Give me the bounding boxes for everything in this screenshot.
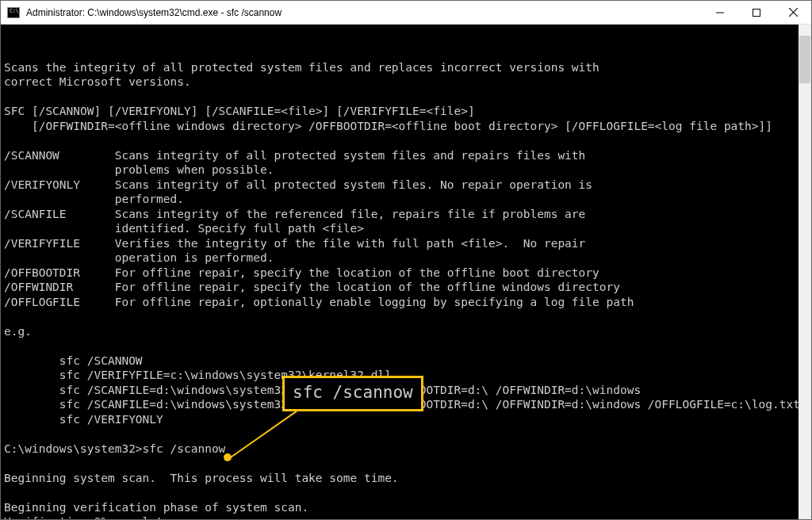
console-line: identified. Specify full path <file> (4, 221, 795, 236)
console-line: correct Microsoft versions. (4, 75, 795, 90)
minimize-button[interactable] (702, 1, 738, 24)
console-line: problems when possible. (4, 162, 795, 178)
console-line: sfc /VERIFYONLY (4, 412, 795, 427)
close-button[interactable] (775, 1, 811, 24)
callout-anchor-dot (224, 453, 232, 461)
console-line: /OFFLOGFILE For offline repair, optional… (4, 295, 795, 310)
console-line (4, 133, 795, 148)
console-line (4, 309, 795, 324)
console-line: /SCANFILE Scans integrity of the referen… (4, 207, 795, 222)
console-line (4, 456, 795, 471)
cmd-icon: C:\. (7, 7, 20, 18)
console-line: [/OFFWINDIR=<offline windows directory> … (4, 119, 795, 134)
console-line: Beginning verification phase of system s… (4, 500, 795, 515)
console-line (4, 338, 795, 354)
console-line: /OFFBOOTDIR For offline repair, specify … (4, 266, 795, 281)
callout-text: sfc /scannow (293, 383, 413, 402)
console-line: e.g. (4, 324, 795, 339)
console-area[interactable]: Scans the integrity of all protected sys… (1, 25, 811, 519)
title-bar[interactable]: C:\. Administrator: C:\windows\system32\… (1, 1, 811, 25)
window-title: Administrator: C:\windows\system32\cmd.e… (26, 7, 702, 18)
maximize-button[interactable] (738, 1, 775, 24)
svg-rect-1 (753, 9, 760, 16)
app-window: C:\. Administrator: C:\windows\system32\… (0, 0, 812, 520)
console-line: C:\windows\system32>sfc /scannow (4, 442, 795, 457)
console-line: performed. (4, 192, 795, 207)
console-line: /OFFWINDIR For offline repair, specify t… (4, 280, 795, 295)
console-line: Verification 0% complete. (4, 514, 795, 519)
console-output: Scans the integrity of all protected sys… (1, 25, 799, 519)
console-line (4, 90, 795, 105)
console-line: SFC [/SCANNOW] [/VERIFYONLY] [/SCANFILE=… (4, 104, 795, 119)
window-controls (702, 1, 811, 24)
console-line: /SCANNOW Scans integrity of all protecte… (4, 148, 795, 163)
console-line (4, 45, 795, 60)
console-line (4, 485, 795, 500)
console-line: Scans the integrity of all protected sys… (4, 60, 795, 75)
scrollbar-thumb[interactable] (799, 36, 810, 83)
vertical-scrollbar[interactable] (799, 25, 811, 519)
console-line: operation is performed. (4, 250, 795, 266)
console-line: sfc /SCANNOW (4, 354, 795, 369)
console-line: /VERIFYONLY Scans integrity of all prote… (4, 178, 795, 193)
console-line: /VERIFYFILE Verifies the integrity of th… (4, 236, 795, 251)
console-line: Beginning system scan. This process will… (4, 471, 795, 486)
console-line (4, 426, 795, 442)
callout-box: sfc /scannow (282, 376, 423, 411)
